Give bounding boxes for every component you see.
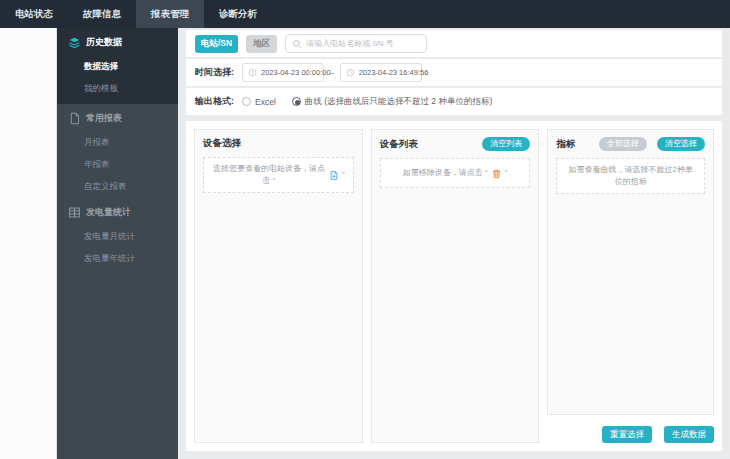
sidebar-item-generation-monthly[interactable]: 发电量月统计 (57, 226, 178, 248)
device-select-placeholder: 选择您要查看的电站设备，请点击 “ ” (203, 157, 354, 193)
generate-data-button[interactable]: 生成数据 (664, 426, 714, 443)
region-tab-button[interactable]: 地区 (246, 35, 277, 53)
sidebar-item-my-templates[interactable]: 我的模板 (57, 78, 178, 100)
station-sn-tab-button[interactable]: 电站/SN (195, 35, 238, 53)
clock-icon (346, 68, 355, 77)
radio-curve-label: 曲线 (选择曲线后只能选择不超过 2 种单位的指标) (305, 96, 492, 108)
clock-icon (248, 68, 257, 77)
device-list-panel: 设备列表 清空列表 如需移除设备，请点击 “ ” (371, 129, 540, 443)
end-datetime-input[interactable]: 2023-04-23 16:49:56 (340, 63, 422, 82)
selection-card: 设备选择 选择您要查看的电站设备，请点击 “ ” 设备列表 清空列表 如需移除设… (186, 121, 722, 451)
device-select-panel: 设备选择 选择您要查看的电站设备，请点击 “ ” (194, 129, 363, 443)
output-format-row: 输出格式: Excel 曲线 (选择曲线后只能选择不超过 2 种单位的指标) (186, 88, 722, 115)
sidebar-item-custom-report[interactable]: 自定义报表 (57, 176, 178, 198)
indicators-panel: 指标 全部选择 清空选择 如需查看曲线，请选择不超过2种单位的指标 (547, 129, 714, 415)
actions-row: 重置选择 生成数据 (547, 415, 714, 443)
sidebar-group-generation-stats-header[interactable]: 发电量统计 (57, 198, 178, 226)
device-list-placeholder-text: 如需移除设备，请点击 “ (403, 167, 488, 179)
output-format-label: 输出格式: (195, 95, 234, 108)
station-search-box[interactable] (285, 34, 427, 53)
search-row: 电站/SN 地区 (186, 30, 722, 57)
station-search-input[interactable] (306, 39, 420, 48)
indicators-placeholder-text: 如需查看曲线，请选择不超过2种单位的指标 (565, 164, 696, 188)
clear-list-button[interactable]: 清空列表 (482, 137, 530, 151)
sidebar-group-common-reports: 常用报表 月报表 年报表 自定义报表 (57, 104, 178, 198)
device-select-placeholder-text: 选择您要查看的电站设备，请点击 “ (212, 163, 326, 187)
left-rail (0, 28, 57, 459)
select-all-button[interactable]: 全部选择 (599, 137, 647, 151)
radio-excel-label: Excel (255, 97, 276, 107)
device-list-placeholder-suffix: ” (505, 167, 508, 179)
indicators-title: 指标 (556, 138, 575, 151)
main-content: 电站/SN 地区 时间选择: 2023-04-23 00:00:00 -- (178, 28, 730, 459)
nav-item-fault-info[interactable]: 故障信息 (68, 0, 136, 28)
radio-curve[interactable]: 曲线 (选择曲线后只能选择不超过 2 种单位的指标) (292, 96, 492, 108)
sidebar: 历史数据 数据选择 我的模板 常用报表 月报表 年报表 自定义报表 发电量统计 … (57, 28, 178, 459)
time-select-label: 时间选择: (195, 66, 234, 79)
sidebar-item-data-select[interactable]: 数据选择 (57, 56, 178, 78)
document-icon (68, 112, 81, 125)
date-range-separator: -- (329, 68, 335, 78)
time-select-row: 时间选择: 2023-04-23 00:00:00 -- 2023-04-23 … (186, 59, 722, 86)
clear-selection-button[interactable]: 清空选择 (657, 137, 705, 151)
start-datetime-input[interactable]: 2023-04-23 00:00:00 (242, 63, 324, 82)
sidebar-item-monthly-report[interactable]: 月报表 (57, 132, 178, 154)
radio-curve-dot (292, 97, 301, 106)
sidebar-group-generation-stats: 发电量统计 发电量月统计 发电量年统计 (57, 198, 178, 270)
device-select-placeholder-suffix: ” (342, 169, 345, 181)
start-datetime-value: 2023-04-23 00:00:00 (261, 68, 331, 77)
indicators-placeholder: 如需查看曲线，请选择不超过2种单位的指标 (556, 158, 705, 194)
sidebar-item-yearly-report[interactable]: 年报表 (57, 154, 178, 176)
radio-excel[interactable]: Excel (242, 97, 276, 107)
sidebar-group-history-data-header[interactable]: 历史数据 (57, 28, 178, 56)
trash-icon (491, 168, 502, 179)
sidebar-group-common-reports-header[interactable]: 常用报表 (57, 104, 178, 132)
device-select-title: 设备选择 (203, 137, 241, 150)
reset-selection-button[interactable]: 重置选择 (602, 426, 652, 443)
sidebar-group-label: 常用报表 (86, 112, 122, 125)
sidebar-group-label: 历史数据 (86, 36, 122, 49)
table-icon (68, 206, 81, 219)
top-navbar: 电站状态 故障信息 报表管理 诊断分析 (0, 0, 730, 28)
sidebar-group-history-data: 历史数据 数据选择 我的模板 (57, 28, 178, 104)
radio-excel-dot (242, 97, 251, 106)
layers-icon (68, 36, 81, 49)
file-add-icon (329, 170, 339, 181)
device-list-title: 设备列表 (380, 138, 418, 151)
sidebar-group-label: 发电量统计 (86, 206, 131, 219)
nav-item-report-management[interactable]: 报表管理 (136, 0, 204, 28)
sidebar-item-generation-yearly[interactable]: 发电量年统计 (57, 248, 178, 270)
device-list-placeholder: 如需移除设备，请点击 “ ” (380, 158, 531, 188)
nav-item-diagnosis[interactable]: 诊断分析 (204, 0, 272, 28)
indicators-column: 指标 全部选择 清空选择 如需查看曲线，请选择不超过2种单位的指标 重置选择 生… (547, 129, 714, 443)
end-datetime-value: 2023-04-23 16:49:56 (359, 68, 429, 77)
search-icon (292, 39, 302, 49)
nav-item-station-status[interactable]: 电站状态 (0, 0, 68, 28)
